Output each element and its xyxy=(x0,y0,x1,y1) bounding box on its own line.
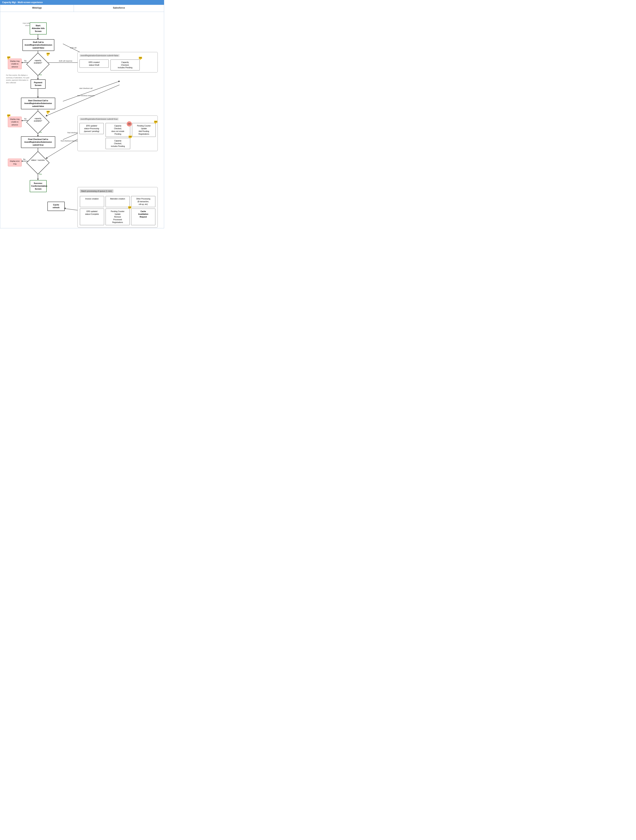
status-diamond: status = success xyxy=(30,155,46,171)
salesforce-header: Salesforce xyxy=(113,6,125,9)
svg-text:final checkout response: final checkout response xyxy=(61,140,78,142)
success-screen-box: Success: Confermentation Screen xyxy=(30,180,47,192)
batch-title: Batch processing of queue (1 min) xyxy=(80,189,113,193)
svg-text:Yes: Yes xyxy=(39,173,42,175)
svg-text:draft call response: draft call response xyxy=(59,60,72,62)
display-unable-1: Display msg Unable to advance xyxy=(8,58,22,69)
invoice-creation-box: Invoice creation xyxy=(80,196,104,207)
capacity-diamond-1: capacity available? ★new xyxy=(30,56,46,73)
sf-section-1: eventRegistrationSubmission submit=false… xyxy=(77,52,158,73)
start-box: Start: Attendee Info Screen xyxy=(30,22,47,35)
svg-text:start checkout response: start checkout response xyxy=(77,95,94,96)
svg-text:No: No xyxy=(23,158,25,160)
sf-section-2: eventRegistrationSubmission submit=true … xyxy=(77,115,158,151)
title-bar: Capacity Mgt - Multi-screen experience xyxy=(0,0,164,5)
display-error-box: Display error msg xyxy=(8,159,22,166)
pending-counter-remove-box: Pending Counter Update Remove Processed … xyxy=(105,208,130,225)
pending-counter-add-box: Pending Counter Update Add Pending Regis… xyxy=(132,123,156,137)
capacity-checked-old-box: Capacity Checked, does not nclude Pendin… xyxy=(105,123,130,137)
main-container: WebApp Salesforce No Yes xyxy=(0,5,164,228)
svg-marker-26 xyxy=(37,178,39,180)
cache-refresh-box: Cache refresh xyxy=(47,202,65,211)
payment-note: For free events, this diplays a summary … xyxy=(6,74,30,84)
sf-section-2-label: eventRegistrationSubmission submit=true xyxy=(80,117,119,120)
svg-text:No: No xyxy=(24,60,27,62)
attendee-creation-box: Attendee creation xyxy=(105,196,130,207)
ers-updated-2-box: ERS updated status=Processing (queued / … xyxy=(80,123,104,134)
svg-line-34 xyxy=(63,81,120,101)
batch-section: Batch processing of queue (1 min) Invoic… xyxy=(77,187,158,227)
ers-updated-complete-box: ERS updated status=Complete xyxy=(80,208,104,225)
svg-text:No: No xyxy=(24,118,27,120)
other-processing-box: Other Processing ($ transaction, roll-up… xyxy=(131,196,155,207)
svg-marker-35 xyxy=(118,81,120,82)
old-badge: Old xyxy=(127,122,132,126)
payment-screen-box: Payment Screen xyxy=(31,79,46,89)
capacity-checked-new-box: Capacity Checked, includes Pending ★new xyxy=(105,138,130,149)
final-checkout-box: Final Checkout Call to /eventRegistratio… xyxy=(21,136,55,148)
title-text: Capacity Mgt - Multi-screen experience xyxy=(2,1,43,4)
sf-section-1-label: eventRegistrationSubmission submit=false xyxy=(80,54,120,57)
webapp-header: WebApp xyxy=(32,6,42,9)
draft-call-box: Draft Call to /eventRegistrationSubmissi… xyxy=(22,39,54,51)
capacity-checked-1-box: Capacity Checked, includes Pending ★new xyxy=(110,60,140,70)
display-unable-2: Display msg Unable to advance xyxy=(8,117,22,127)
svg-line-37 xyxy=(46,85,120,116)
cache-invalidation-box: Cache Invalidation Request xyxy=(131,208,155,225)
svg-text:start checkout call: start checkout call xyxy=(79,87,93,89)
capacity-diamond-2: capacity available? ★new xyxy=(30,114,46,131)
start-checkout-box: Start Checkout Call to /eventRegistratio… xyxy=(21,98,55,109)
ers-created-box: ERS created status=Draft xyxy=(80,60,109,68)
svg-text:draft call: draft call xyxy=(70,47,76,49)
